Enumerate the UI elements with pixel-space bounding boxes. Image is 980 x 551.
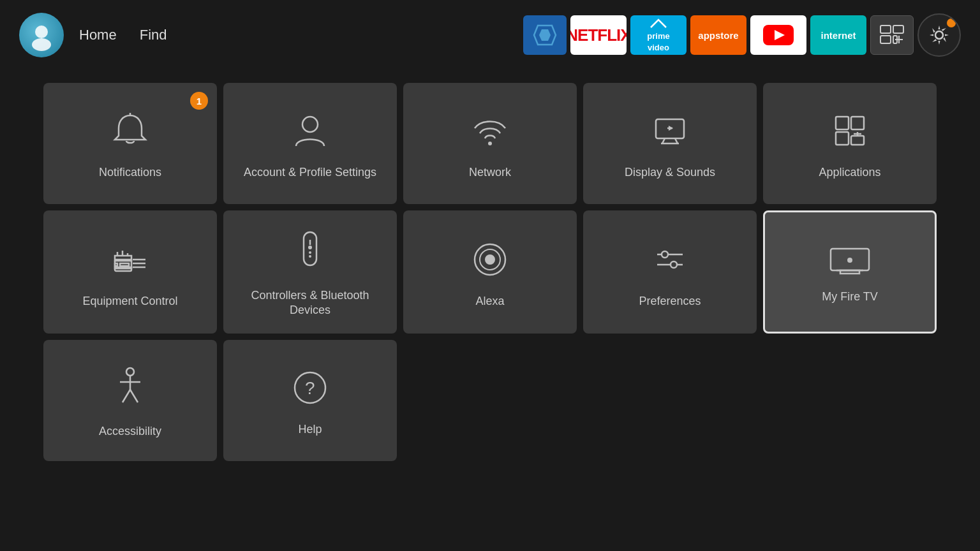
display-sounds-label: Display & Sounds [625, 165, 715, 180]
app-kodi[interactable] [523, 15, 567, 55]
svg-rect-8 [880, 36, 891, 43]
controllers-bluetooth-icon [292, 230, 328, 277]
my-fire-tv-label: My Fire TV [822, 290, 878, 304]
app-prime[interactable]: primevideo [630, 15, 687, 55]
netflix-label: NETFLIX [570, 26, 627, 45]
grid-item-network[interactable]: Network [403, 83, 577, 204]
svg-point-55 [126, 368, 134, 376]
settings-notification-dot [947, 18, 956, 27]
my-fire-tv-icon [828, 244, 872, 278]
app-youtube[interactable] [750, 15, 806, 55]
internet-label: internet [820, 30, 856, 41]
svg-rect-29 [115, 263, 117, 266]
network-icon [470, 110, 510, 154]
network-label: Network [469, 165, 511, 180]
alexa-icon [470, 239, 510, 283]
svg-rect-7 [893, 26, 903, 33]
applications-icon [829, 110, 870, 154]
svg-point-12 [935, 31, 943, 39]
help-label: Help [298, 422, 322, 437]
svg-point-48 [662, 251, 668, 258]
svg-rect-6 [880, 26, 891, 33]
svg-point-46 [485, 254, 495, 265]
account-profile-label: Account & Profile Settings [244, 165, 376, 180]
grid-item-preferences[interactable]: Preferences [583, 210, 757, 334]
display-sounds-icon [650, 110, 690, 154]
svg-point-43 [309, 255, 311, 258]
appstore-label: appstore [698, 30, 738, 41]
app-internet[interactable]: internet [810, 15, 866, 55]
grid-item-display-sounds[interactable]: Display & Sounds [583, 83, 757, 204]
equipment-control-icon [110, 239, 151, 283]
applications-label: Applications [819, 165, 880, 180]
app-multiview[interactable] [870, 15, 914, 55]
svg-rect-23 [851, 117, 864, 129]
svg-text:?: ? [305, 378, 315, 398]
preferences-icon [650, 239, 690, 283]
preferences-label: Preferences [639, 294, 701, 309]
grid-item-controllers-bluetooth[interactable]: Controllers & Bluetooth Devices [223, 210, 397, 334]
svg-point-41 [308, 246, 312, 249]
svg-point-0 [35, 26, 48, 38]
account-icon [290, 110, 330, 154]
nav-apps: NETFLIX primevideo appstore internet [523, 13, 961, 57]
svg-marker-3 [539, 29, 551, 41]
svg-rect-31 [115, 267, 131, 268]
grid-item-help[interactable]: ? Help [223, 340, 397, 461]
svg-point-54 [847, 258, 852, 263]
app-appstore[interactable]: appstore [690, 15, 746, 55]
accessibility-icon [112, 365, 148, 413]
settings-grid: 1 Notifications Account & Profile Settin… [0, 70, 980, 474]
grid-item-alexa[interactable]: Alexa [403, 210, 577, 334]
svg-point-14 [302, 117, 318, 132]
svg-point-1 [32, 38, 51, 51]
svg-rect-32 [115, 256, 131, 261]
svg-point-15 [488, 142, 492, 145]
help-icon: ? [290, 367, 330, 411]
controllers-bluetooth-label: Controllers & Bluetooth Devices [234, 288, 387, 318]
equipment-control-label: Equipment Control [82, 294, 177, 309]
settings-button[interactable] [917, 13, 961, 57]
notification-badge: 1 [190, 92, 208, 110]
svg-point-42 [309, 251, 311, 254]
svg-line-59 [130, 390, 138, 402]
top-nav: Home Find NETFLIX primevideo appstore [0, 0, 980, 70]
svg-point-50 [671, 261, 677, 268]
svg-rect-30 [120, 263, 129, 266]
grid-item-notifications[interactable]: 1 Notifications [43, 83, 217, 204]
grid-item-account-profile[interactable]: Account & Profile Settings [223, 83, 397, 204]
grid-item-my-fire-tv[interactable]: My Fire TV [763, 210, 937, 334]
accessibility-label: Accessibility [99, 424, 161, 439]
grid-item-applications[interactable]: Applications [763, 83, 937, 204]
svg-rect-22 [836, 117, 849, 129]
nav-home[interactable]: Home [79, 27, 117, 43]
avatar[interactable] [19, 13, 64, 57]
notifications-label: Notifications [99, 165, 161, 180]
prime-label: primevideo [647, 31, 669, 52]
grid-item-accessibility[interactable]: Accessibility [43, 340, 217, 461]
svg-rect-24 [836, 132, 849, 145]
nav-find[interactable]: Find [140, 27, 167, 43]
svg-marker-21 [669, 126, 673, 131]
nav-links: Home Find [79, 27, 167, 43]
grid-item-equipment-control[interactable]: Equipment Control [43, 210, 217, 334]
notifications-icon [110, 110, 151, 154]
svg-line-58 [122, 390, 130, 402]
app-netflix[interactable]: NETFLIX [570, 15, 627, 55]
alexa-label: Alexa [475, 294, 504, 309]
svg-rect-25 [851, 136, 864, 145]
